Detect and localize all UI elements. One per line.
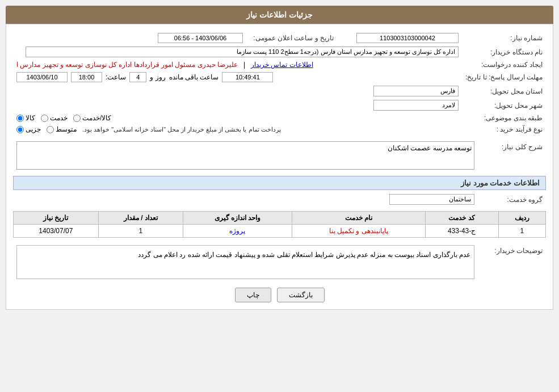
cell-name: پایانبندهی و تکمیل بنا	[292, 225, 425, 238]
contact-link[interactable]: اطلاعات تماس خریدار	[251, 61, 313, 69]
services-section-title: اطلاعات خدمات مورد نیاز	[13, 176, 546, 190]
province-value: فارس	[373, 86, 459, 96]
buyer-notes-label: توضیحات خریدار:	[478, 243, 546, 281]
category-label: طبقه بندی موضوعی:	[462, 112, 546, 124]
time-value: 18:00	[71, 72, 102, 82]
col-header-row: ردیف	[498, 212, 545, 225]
category-option-kala[interactable]: کالا	[16, 114, 35, 122]
remaining-label: ساعت باقی مانده	[169, 73, 219, 81]
process-label: نوع فرآیند خرید :	[462, 124, 546, 135]
button-row: بازگشت چاپ	[13, 288, 546, 302]
table-row: 1 ج-43-433 پایانبندهی و تکمیل بنا پروژه …	[14, 225, 546, 238]
response-deadline-label: مهلت ارسال پاسخ: تا تاریخ:	[462, 70, 546, 84]
category-option-khedmat[interactable]: خدمت	[41, 114, 68, 122]
cell-qty: 1	[98, 225, 183, 238]
service-group-value: ساختمان	[389, 194, 474, 205]
province-label: استان محل تحویل:	[462, 84, 546, 98]
col-header-code: کد خدمت	[425, 212, 498, 225]
services-table: ردیف کد خدمت نام خدمت واحد اندازه گیری ت…	[13, 211, 546, 238]
city-label: شهر محل تحویل:	[462, 98, 546, 112]
day-label: روز و	[150, 73, 165, 81]
col-header-name: نام خدمت	[292, 212, 425, 225]
buyer-org-value: اداره کل نوسازی توسعه و تجهیز مدارس استا…	[26, 47, 459, 57]
cell-date: 1403/07/07	[14, 225, 99, 238]
back-button[interactable]: بازگشت	[277, 288, 325, 302]
buyer-notes-value: عدم بارگذاری اسناد بیوست به منزله عدم پذ…	[16, 245, 474, 279]
city-value: لامرد	[373, 100, 459, 111]
description-value: توسعه مدرسه عصمت اشکنان	[16, 141, 474, 170]
print-button[interactable]: چاپ	[235, 288, 271, 302]
col-header-date: تاریخ نیاز	[14, 212, 99, 225]
announce-date-value: 1403/06/06 - 06:56	[158, 33, 243, 43]
creator-value: علیرضا حیدری مسئول امور قراردادها اداره …	[16, 61, 238, 69]
page-title: جزئیات اطلاعات نیاز	[6, 6, 553, 24]
cell-unit: پروژه	[183, 225, 292, 238]
cell-code: ج-43-433	[425, 225, 498, 238]
remaining-value: 10:49:41	[222, 72, 273, 82]
cell-row: 1	[498, 225, 545, 238]
col-header-qty: تعداد / مقدار	[98, 212, 183, 225]
process-note: پرداخت تمام یا بخشی از مبلغ خریدار از مح…	[82, 126, 281, 133]
category-option-kala-khedmat[interactable]: کالا/خدمت	[73, 114, 111, 122]
process-option-jozi[interactable]: جزیی	[16, 125, 41, 133]
col-header-unit: واحد اندازه گیری	[183, 212, 292, 225]
day-value: 4	[129, 72, 146, 82]
buyer-org-label: نام دستگاه خریدار:	[462, 45, 546, 59]
announce-date-label: تاریخ و ساعت اعلان عمومی:	[246, 31, 337, 45]
creator-label: ایجاد کننده درخواست:	[462, 59, 546, 70]
description-label: شرح کلی نیاز:	[478, 140, 546, 171]
service-group-label: گروه خدمت:	[478, 192, 546, 206]
date-value: 1403/06/10	[16, 72, 68, 82]
process-option-motevaset[interactable]: متوسط	[47, 125, 77, 133]
time-label: ساعت:	[106, 73, 126, 81]
need-number-label: شماره نیاز:	[462, 31, 546, 45]
need-number-value: 1103003103000042	[356, 33, 459, 43]
